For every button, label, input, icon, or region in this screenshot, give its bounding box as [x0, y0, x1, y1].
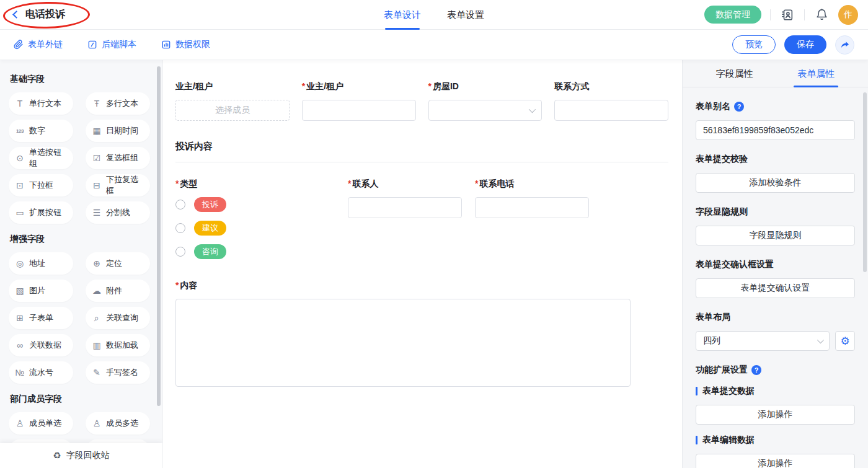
field-item-extend-button[interactable]: ▭扩展按钮 [9, 201, 73, 224]
house-id-select[interactable] [428, 100, 542, 121]
field-item-single-line-text[interactable]: T单行文本 [9, 92, 73, 115]
field-item-related-query[interactable]: ⌕关联查询 [86, 307, 150, 329]
multi-dropdown-icon: ⊟ [92, 180, 102, 190]
submit-data-group-heading: 表单提交数据 [696, 386, 855, 397]
radio-icon[interactable] [175, 223, 185, 233]
radio-icon[interactable] [175, 247, 185, 257]
submit-validation-heading: 表单提交校验 [696, 154, 855, 165]
help-icon[interactable]: ? [751, 365, 761, 375]
tab-field-properties[interactable]: 字段属性 [716, 60, 753, 87]
field-item-location[interactable]: ⊕定位 [86, 252, 150, 275]
contact-method-input[interactable] [554, 100, 668, 121]
field-item-radio-group[interactable]: ⊙单选按钮组 [9, 147, 73, 169]
field-item-datetime[interactable]: ▦日期时间 [86, 120, 150, 142]
field-item-related-data[interactable]: ∞关联数据 [9, 334, 73, 356]
member-picker[interactable]: 选择成员 [175, 100, 290, 121]
field-contact-phone[interactable]: *联系电话 [475, 179, 602, 268]
tab-form-design[interactable]: 表单设计 [384, 0, 421, 30]
field-item-select[interactable]: ⊡下拉框 [9, 174, 73, 196]
radio-icon: ⊙ [15, 153, 25, 163]
field-contact-person[interactable]: *联系人 [348, 179, 475, 268]
sidebar-scrollbar[interactable] [157, 66, 161, 406]
layout-settings-button[interactable]: ⚙ [835, 331, 855, 351]
field-label: 数据加载 [106, 340, 138, 351]
field-item-multi-line-text[interactable]: Ŧ多行文本 [86, 92, 150, 115]
field-recycle-bin[interactable]: ♻ 字段回收站 [0, 443, 162, 468]
layout-value: 四列 [703, 335, 720, 347]
add-validation-button[interactable]: 添加校验条件 [696, 173, 855, 193]
data-permission-button[interactable]: 数据权限 [161, 39, 210, 50]
radio-option-complaint[interactable]: 投诉 [175, 197, 348, 212]
layout-select[interactable]: 四列 [696, 331, 830, 351]
content-textarea[interactable] [175, 299, 631, 387]
field-item-address[interactable]: ◎地址 [9, 252, 73, 275]
field-visibility-button[interactable]: 字段显隐规则 [696, 226, 855, 245]
field-label: 成员单选 [29, 418, 61, 429]
edit-data-group-heading: 表单编辑数据 [696, 435, 855, 446]
field-item-multi-select[interactable]: ⊟下拉复选框 [86, 174, 150, 196]
field-label: 关联查询 [106, 312, 138, 324]
main-area: 基础字段 T单行文本 Ŧ多行文本 123数字 ▦日期时间 ⊙单选按钮组 ☑复选框… [0, 60, 868, 468]
link-label: 数据权限 [175, 39, 210, 50]
field-type[interactable]: *类型 投诉 建议 咨询 [175, 179, 348, 268]
submit-confirm-button[interactable]: 表单提交确认设置 [696, 278, 855, 298]
notification-bell-icon[interactable] [813, 7, 830, 23]
field-owner-tenant-member[interactable]: 业主/租户 选择成员 [175, 81, 290, 121]
divider [770, 9, 771, 20]
tab-form-settings[interactable]: 表单设置 [447, 0, 484, 30]
tab-form-properties[interactable]: 表单属性 [797, 60, 835, 87]
field-item-image[interactable]: ▧图片 [9, 280, 73, 302]
external-link-button[interactable]: 表单外链 [14, 39, 63, 50]
save-button[interactable]: 保存 [784, 35, 826, 54]
properties-panel: 字段属性 表单属性 表单别名 ? 表单提交校验 添加校验条件 字段显隐规则 字段… [682, 60, 868, 468]
field-label: *内容 [175, 280, 668, 291]
form-design-canvas: 业主/租户 选择成员 *业主/租户 *房屋ID 联系方式 投诉内容 *类型 [162, 60, 682, 468]
data-manage-button[interactable]: 数据管理 [704, 6, 761, 24]
blue-accent-bar [696, 436, 698, 444]
field-item-signature[interactable]: ✎手写签名 [86, 361, 150, 384]
radio-icon[interactable] [175, 200, 185, 210]
field-content[interactable]: *内容 [175, 280, 668, 387]
field-item-serial-number[interactable]: №流水号 [9, 361, 73, 384]
owner-tenant-input[interactable] [302, 100, 416, 121]
field-item-divider-line[interactable]: ☰分割线 [86, 201, 150, 224]
required-asterisk: * [348, 179, 351, 188]
radio-option-suggestion[interactable]: 建议 [175, 221, 348, 236]
panel-scrollbar[interactable] [863, 92, 867, 272]
back-navigation[interactable]: 电话投诉 [10, 8, 65, 21]
form-layout-row: 四列 ⚙ [696, 331, 855, 351]
section-title-basic-fields: 基础字段 [10, 74, 162, 85]
help-icon[interactable]: ? [734, 102, 744, 112]
app-header: 电话投诉 表单设计 表单设置 数据管理 [0, 0, 868, 30]
form-layout-heading: 表单布局 [696, 312, 855, 323]
person-icon: ♙ [15, 418, 25, 428]
contact-phone-input[interactable] [475, 197, 589, 218]
section-title-complaint-content: 投诉内容 [175, 141, 668, 162]
required-asterisk: * [175, 280, 179, 290]
field-item-number[interactable]: 123数字 [9, 120, 73, 142]
field-item-subform[interactable]: ⊞子表单 [9, 307, 73, 329]
field-item-member-single[interactable]: ♙成员单选 [9, 412, 73, 435]
preview-button[interactable]: 预览 [732, 35, 776, 54]
serial-number-icon: № [15, 368, 25, 377]
field-contact-method[interactable]: 联系方式 [554, 81, 668, 121]
contacts-book-icon[interactable] [779, 7, 795, 23]
edit-data-add-action-button[interactable]: 添加操作 [696, 454, 855, 468]
field-house-id[interactable]: *房屋ID [428, 81, 542, 121]
form-alias-input[interactable] [696, 120, 855, 140]
field-item-data-load[interactable]: ▥数据加载 [86, 334, 150, 356]
field-label: *业主/租户 [302, 81, 416, 92]
radio-option-consultation[interactable]: 咨询 [175, 244, 348, 259]
field-item-member-multi[interactable]: ♙成员多选 [86, 412, 150, 435]
backend-script-button[interactable]: 后端脚本 [87, 39, 136, 50]
share-button[interactable] [835, 35, 854, 55]
submit-data-add-action-button[interactable]: 添加操作 [696, 405, 855, 425]
tab-label: 表单设置 [447, 9, 484, 21]
header-tabs: 表单设计 表单设置 [384, 0, 484, 30]
contact-person-input[interactable] [348, 197, 462, 218]
field-owner-tenant-text[interactable]: *业主/租户 [302, 81, 416, 121]
multi-line-text-icon: Ŧ [92, 99, 102, 108]
user-avatar[interactable]: 作 [838, 5, 858, 25]
field-item-checkbox-group[interactable]: ☑复选框组 [86, 147, 150, 169]
field-item-attachment[interactable]: ☁附件 [86, 280, 150, 302]
